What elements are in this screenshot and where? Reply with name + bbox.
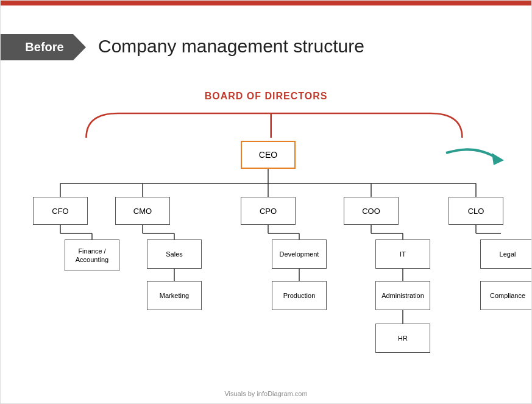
cpo-box: CPO (241, 197, 296, 225)
footer: Visuals by infoDiagram.com (1, 390, 531, 397)
slide-title: Company management structure (98, 36, 364, 57)
finance-accounting-box: Finance /Accounting (65, 239, 119, 271)
board-label: BOARD OF DIRECTORS (1, 91, 531, 102)
before-badge: Before (1, 34, 86, 60)
slide: Before Company management structure BOAR… (0, 0, 532, 404)
cfo-box: CFO (33, 197, 88, 225)
legal-box: Legal (480, 239, 532, 269)
sales-box: Sales (147, 239, 202, 269)
production-box: Production (272, 281, 327, 310)
top-bar (1, 1, 531, 5)
coo-box: COO (344, 197, 399, 225)
org-chart: CEO CFO Finance /Accounting CMO Sales Ma… (31, 141, 501, 382)
development-box: Development (272, 239, 327, 269)
hr-box: HR (375, 324, 430, 353)
marketing-box: Marketing (147, 281, 202, 310)
ceo-box: CEO (241, 141, 296, 169)
clo-box: CLO (449, 197, 503, 225)
cmo-box: CMO (115, 197, 170, 225)
board-bracket (80, 107, 470, 141)
compliance-box: Compliance (480, 281, 532, 310)
administration-box: Administration (375, 281, 430, 310)
it-box: IT (375, 239, 430, 269)
